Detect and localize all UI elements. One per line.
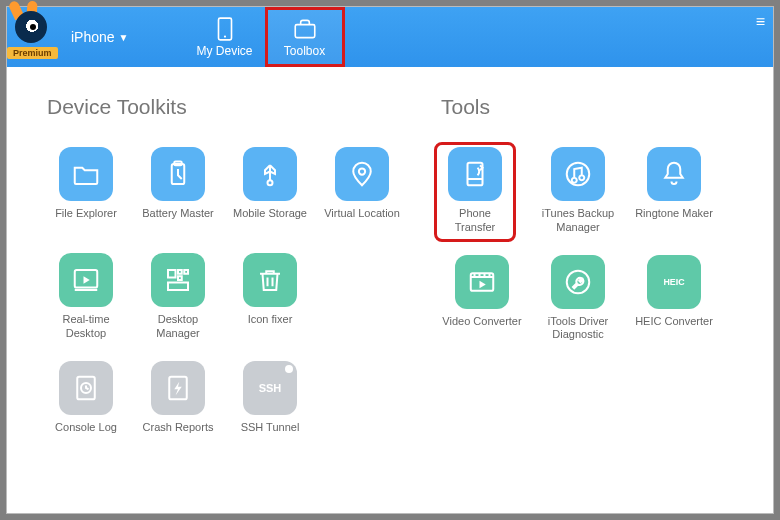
tile-label: File Explorer [55, 207, 117, 233]
svg-rect-2 [295, 25, 315, 38]
heic-icon: HEIC [647, 255, 701, 309]
tile-virtual-location[interactable]: Virtual Location [323, 147, 401, 233]
device-toolkits-grid: File Explorer Battery Master Mobile Stor… [47, 147, 401, 447]
tile-label: Console Log [55, 421, 117, 447]
tile-label: iTools Driver Diagnostic [538, 315, 618, 343]
svg-rect-10 [184, 270, 188, 274]
menu-button[interactable]: ≡ [756, 13, 765, 31]
tile-label: Battery Master [142, 207, 214, 233]
svg-point-1 [223, 36, 225, 38]
svg-rect-11 [178, 276, 182, 280]
svg-point-18 [567, 163, 590, 186]
device-toolkits-panel: Device Toolkits File Explorer Battery Ma… [47, 95, 401, 503]
itunes-icon [551, 147, 605, 201]
tab-my-device[interactable]: My Device [185, 7, 265, 67]
svg-rect-12 [168, 283, 188, 291]
tile-file-explorer[interactable]: File Explorer [47, 147, 125, 233]
tile-video-converter[interactable]: Video Converter [441, 255, 523, 343]
svg-text:SSH: SSH [259, 382, 282, 394]
svg-rect-9 [178, 270, 182, 274]
tile-label: Real-time Desktop [47, 313, 125, 341]
tile-crash-reports[interactable]: Crash Reports [139, 361, 217, 447]
wrench-icon [551, 255, 605, 309]
tile-icon-fixer[interactable]: Icon fixer [231, 253, 309, 341]
tab-toolbox-label: Toolbox [284, 44, 325, 58]
location-pin-icon [335, 147, 389, 201]
tab-my-device-label: My Device [196, 44, 252, 58]
content-area: Device Toolkits File Explorer Battery Ma… [7, 67, 773, 513]
tile-heic-converter[interactable]: HEIC HEIC Converter [633, 255, 715, 343]
top-toolbar: Premium iPhone ▼ My Device Toolbox [7, 7, 773, 67]
tile-label: Ringtone Maker [635, 207, 713, 233]
tile-itools-driver-diagnostic[interactable]: iTools Driver Diagnostic [537, 255, 619, 343]
tab-toolbox[interactable]: Toolbox [265, 7, 345, 67]
tile-label: iTunes Backup Manager [538, 207, 618, 235]
tile-label: HEIC Converter [635, 315, 713, 341]
tile-realtime-desktop[interactable]: Real-time Desktop [47, 253, 125, 341]
tile-label: Virtual Location [324, 207, 400, 233]
video-clip-icon [455, 255, 509, 309]
main-tabs: My Device Toolbox [185, 7, 345, 67]
notification-dot-icon [285, 365, 293, 373]
tile-desktop-manager[interactable]: Desktop Manager [139, 253, 217, 341]
logo-eye-icon [15, 11, 47, 43]
svg-point-5 [268, 180, 273, 185]
tile-mobile-storage[interactable]: Mobile Storage [231, 147, 309, 233]
apps-grid-icon [151, 253, 205, 307]
usb-icon [243, 147, 297, 201]
tile-label: Icon fixer [248, 313, 293, 339]
tablet-icon [212, 16, 238, 42]
device-name-label: iPhone [71, 29, 115, 45]
tile-ringtone-maker[interactable]: Ringtone Maker [633, 147, 715, 235]
tile-label: SSH Tunnel [241, 421, 300, 447]
chevron-down-icon: ▼ [119, 32, 129, 43]
play-screen-icon [59, 253, 113, 307]
phone-transfer-icon [448, 147, 502, 201]
tile-label: Mobile Storage [233, 207, 307, 233]
app-window: Premium iPhone ▼ My Device Toolbox [6, 6, 774, 514]
tile-phone-transfer[interactable]: Phone Transfer [434, 142, 516, 242]
premium-badge: Premium [7, 47, 58, 59]
folder-icon [59, 147, 113, 201]
svg-point-6 [359, 168, 365, 174]
device-selector[interactable]: iPhone ▼ [63, 29, 145, 45]
bell-icon [647, 147, 701, 201]
tile-ssh-tunnel[interactable]: SSH SSH Tunnel [231, 361, 309, 447]
clock-file-icon [59, 361, 113, 415]
crash-file-icon [151, 361, 205, 415]
svg-rect-8 [168, 270, 176, 278]
svg-text:HEIC: HEIC [663, 276, 685, 286]
device-toolkits-heading: Device Toolkits [47, 95, 401, 119]
tile-label: Phone Transfer [441, 207, 509, 235]
trash-icon [243, 253, 297, 307]
ssh-icon: SSH [243, 361, 297, 415]
tools-grid: Phone Transfer iTunes Backup Manager Rin… [441, 147, 753, 342]
tile-battery-master[interactable]: Battery Master [139, 147, 217, 233]
tile-console-log[interactable]: Console Log [47, 361, 125, 447]
tile-label: Desktop Manager [139, 313, 217, 341]
app-logo: Premium [7, 7, 63, 67]
tools-panel: Tools Phone Transfer iTunes Backup Manag… [441, 95, 753, 503]
svg-point-20 [567, 270, 590, 293]
toolbox-icon [292, 16, 318, 42]
tile-itunes-backup-manager[interactable]: iTunes Backup Manager [537, 147, 619, 235]
battery-clipboard-icon [151, 147, 205, 201]
tile-label: Crash Reports [143, 421, 214, 447]
tile-label: Video Converter [442, 315, 521, 341]
tools-heading: Tools [441, 95, 753, 119]
